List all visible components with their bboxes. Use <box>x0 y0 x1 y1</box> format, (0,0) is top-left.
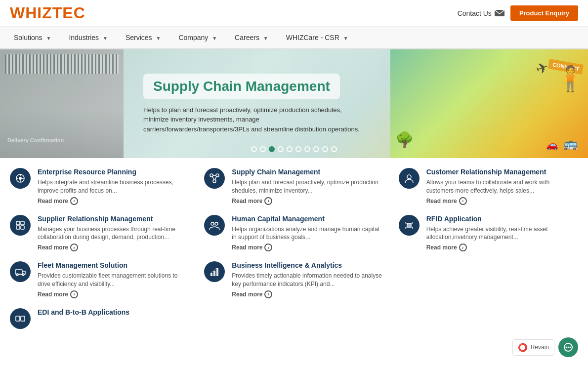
bia-icon <box>204 261 225 282</box>
crm-title: Customer Relationship Management <box>426 168 578 176</box>
arrow-circle-icon: › <box>459 244 467 251</box>
svg-rect-14 <box>16 221 20 225</box>
rfid-read-more[interactable]: Read more › <box>426 244 578 251</box>
rfid-content: RFID Application Helps achieve greater v… <box>426 215 578 252</box>
erp-title: Enterprise Resource Planning <box>38 168 189 176</box>
hcm-description: Helps organizations analyze and manage h… <box>232 225 383 242</box>
srm-read-more[interactable]: Read more › <box>38 244 189 251</box>
nav-link-careers[interactable]: Careers ▼ <box>226 27 277 48</box>
hcm-content: Human Capital Management Helps organizat… <box>232 215 383 252</box>
svg-point-13 <box>407 175 411 179</box>
service-item-srm: Supplier Relationship Management Manages… <box>10 215 189 252</box>
svg-line-11 <box>212 176 214 180</box>
nav-link-solutions[interactable]: Solutions ▼ <box>5 27 60 48</box>
banner-title: Supply Chain Management <box>153 79 330 94</box>
service-item-erp: Enterprise Resource Planning Helps integ… <box>10 168 189 205</box>
rfid-title: RFID Application <box>426 215 578 223</box>
edi-content: EDI and B-to-B Applications <box>38 308 129 319</box>
dot-10[interactable] <box>331 146 337 152</box>
dot-2[interactable] <box>260 146 266 152</box>
bia-read-more[interactable]: Read more › <box>232 290 383 298</box>
erp-description: Helps integrate and streamline business … <box>38 178 189 195</box>
logo[interactable]: WHIZTEC <box>10 4 85 22</box>
contact-us[interactable]: Contact Us <box>458 9 504 17</box>
banner-content: Supply Chain Management Helps to plan an… <box>124 64 390 144</box>
banner-description: Helps to plan and forecast proactively, … <box>143 105 366 134</box>
erp-read-more[interactable]: Read more › <box>38 197 189 205</box>
chevron-down-icon: ▼ <box>103 36 108 41</box>
tree-icon: 🌳 <box>395 131 414 148</box>
bia-title: Business Intelligence & Analytics <box>232 261 383 269</box>
svg-point-2 <box>19 177 22 180</box>
nav-item-whizcare[interactable]: WHIZCare - CSR ▼ <box>277 27 357 48</box>
banner-title-box: Supply Chain Management <box>143 74 340 99</box>
dot-8[interactable] <box>313 146 319 152</box>
nav-link-company[interactable]: Company ▼ <box>169 27 226 48</box>
nav-link-whizcare[interactable]: WHIZCare - CSR ▼ <box>277 27 357 48</box>
svg-rect-33 <box>216 268 218 276</box>
service-item-fms: Fleet Management Solution Provides custo… <box>10 261 189 298</box>
arrow-circle-icon: › <box>70 197 78 205</box>
fms-title: Fleet Management Solution <box>38 261 189 269</box>
chevron-down-icon: ▼ <box>156 36 161 41</box>
svg-rect-34 <box>16 316 20 321</box>
service-item-hcm: Human Capital Management Helps organizat… <box>204 215 383 252</box>
service-item-scm: Supply Chain Management Helps plan and f… <box>204 168 383 205</box>
chevron-down-icon: ▼ <box>263 36 268 41</box>
svg-point-28 <box>16 274 18 276</box>
arrow-circle-icon: › <box>70 244 78 251</box>
svg-rect-32 <box>213 271 215 276</box>
erp-icon <box>10 168 31 189</box>
svg-rect-31 <box>210 273 212 276</box>
dot-1[interactable] <box>251 146 257 152</box>
car-icon: 🚗 <box>546 139 558 151</box>
arrow-circle-icon: › <box>70 290 78 298</box>
nav-item-careers[interactable]: Careers ▼ <box>226 27 277 48</box>
dot-3[interactable] <box>269 146 275 152</box>
svg-rect-16 <box>16 226 20 229</box>
banner-right-image: ✈ CONNECT 🚌 🚗 🧍 🌳 <box>390 49 588 158</box>
nav-item-industries[interactable]: Industries ▼ <box>60 27 117 48</box>
dot-7[interactable] <box>304 146 310 152</box>
svg-line-12 <box>215 176 216 180</box>
nav-link-industries[interactable]: Industries ▼ <box>60 27 117 48</box>
svg-rect-35 <box>21 316 25 321</box>
dot-9[interactable] <box>322 146 328 152</box>
erp-content: Enterprise Resource Planning Helps integ… <box>38 168 189 205</box>
svg-rect-15 <box>21 221 24 225</box>
fms-icon <box>10 261 31 282</box>
rfid-icon <box>399 215 420 236</box>
nav-item-solutions[interactable]: Solutions ▼ <box>5 27 60 48</box>
chevron-down-icon: ▼ <box>343 36 348 41</box>
bia-description: Provides timely actionable information n… <box>232 272 383 288</box>
hcm-read-more[interactable]: Read more › <box>232 244 383 251</box>
fms-read-more[interactable]: Read more › <box>38 290 189 298</box>
edi-icon <box>10 308 31 329</box>
nav-item-services[interactable]: Services ▼ <box>117 27 169 48</box>
nav-link-services[interactable]: Services ▼ <box>117 27 169 48</box>
crm-description: Allows your teams to collaborate and wor… <box>426 178 578 195</box>
fms-description: Provides customizable fleet management s… <box>38 272 189 288</box>
crm-content: Customer Relationship Management Allows … <box>426 168 578 205</box>
logo-text: WHIZTEC <box>10 4 85 22</box>
arrow-circle-icon: › <box>264 244 272 251</box>
svg-point-18 <box>211 222 214 225</box>
fms-content: Fleet Management Solution Provides custo… <box>38 261 189 298</box>
mail-icon <box>495 10 504 16</box>
chevron-down-icon: ▼ <box>212 36 217 41</box>
scm-read-more[interactable]: Read more › <box>232 197 383 205</box>
crm-read-more[interactable]: Read more › <box>426 197 578 205</box>
header-right: Contact Us Product Enquiry <box>458 5 578 21</box>
hcm-icon <box>204 215 225 236</box>
srm-description: Manages your business processes through … <box>38 225 189 242</box>
dot-5[interactable] <box>287 146 293 152</box>
dot-4[interactable] <box>278 146 284 152</box>
nav-list: Solutions ▼ Industries ▼ Services ▼ Comp… <box>5 27 583 48</box>
nav-item-company[interactable]: Company ▼ <box>169 27 226 48</box>
edi-section: EDI and B-to-B Applications <box>0 308 588 334</box>
rfid-description: Helps achieve greater visibility, real-t… <box>426 225 578 242</box>
product-enquiry-button[interactable]: Product Enquiry <box>510 5 578 21</box>
scm-icon <box>204 168 225 189</box>
dot-6[interactable] <box>295 146 301 152</box>
services-grid: Enterprise Resource Planning Helps integ… <box>0 158 588 308</box>
